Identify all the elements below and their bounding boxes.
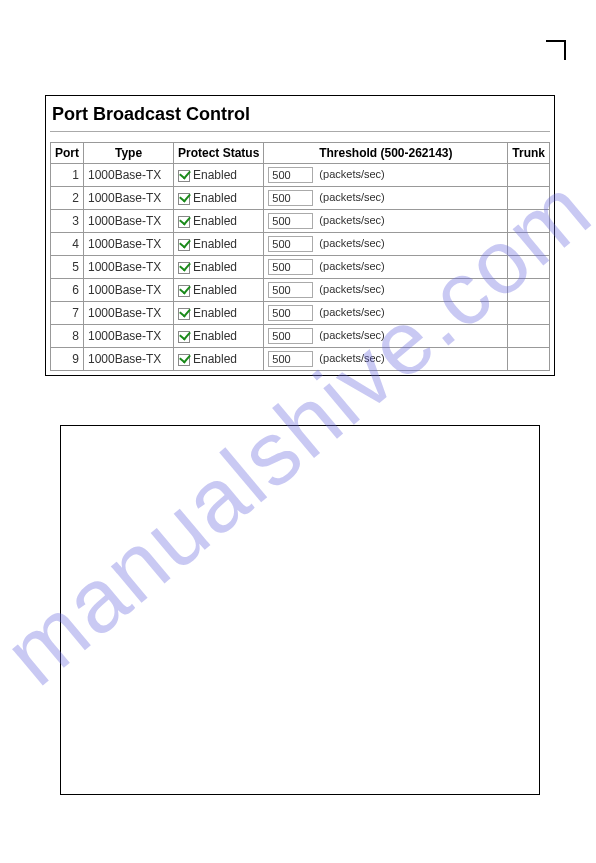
cell-trunk	[508, 256, 550, 279]
cell-protect: Enabled	[174, 325, 264, 348]
threshold-unit: (packets/sec)	[319, 352, 384, 364]
page-corner-mark	[546, 40, 566, 60]
header-protect: Protect Status	[174, 143, 264, 164]
threshold-unit: (packets/sec)	[319, 191, 384, 203]
cell-type: 1000Base-TX	[84, 164, 174, 187]
threshold-unit: (packets/sec)	[319, 214, 384, 226]
threshold-input[interactable]: 500	[268, 213, 313, 229]
threshold-input[interactable]: 500	[268, 351, 313, 367]
threshold-unit: (packets/sec)	[319, 283, 384, 295]
cell-port: 7	[51, 302, 84, 325]
threshold-input[interactable]: 500	[268, 282, 313, 298]
cell-threshold: 500(packets/sec)	[264, 210, 508, 233]
table-header-row: Port Type Protect Status Threshold (500-…	[51, 143, 550, 164]
cell-trunk	[508, 233, 550, 256]
enabled-label: Enabled	[193, 191, 237, 205]
cell-trunk	[508, 210, 550, 233]
divider	[50, 131, 550, 132]
cell-threshold: 500(packets/sec)	[264, 279, 508, 302]
header-threshold: Threshold (500-262143)	[264, 143, 508, 164]
threshold-unit: (packets/sec)	[319, 306, 384, 318]
table-row: 61000Base-TXEnabled500(packets/sec)	[51, 279, 550, 302]
table-row: 81000Base-TXEnabled500(packets/sec)	[51, 325, 550, 348]
cell-port: 2	[51, 187, 84, 210]
cell-trunk	[508, 302, 550, 325]
cell-type: 1000Base-TX	[84, 279, 174, 302]
cell-type: 1000Base-TX	[84, 210, 174, 233]
cell-protect: Enabled	[174, 164, 264, 187]
cell-threshold: 500(packets/sec)	[264, 256, 508, 279]
threshold-unit: (packets/sec)	[319, 168, 384, 180]
threshold-unit: (packets/sec)	[319, 260, 384, 272]
page-title: Port Broadcast Control	[50, 100, 550, 127]
cell-type: 1000Base-TX	[84, 325, 174, 348]
enabled-checkbox[interactable]	[178, 285, 190, 297]
threshold-input[interactable]: 500	[268, 328, 313, 344]
cell-port: 8	[51, 325, 84, 348]
cell-threshold: 500(packets/sec)	[264, 164, 508, 187]
cell-type: 1000Base-TX	[84, 256, 174, 279]
enabled-label: Enabled	[193, 306, 237, 320]
enabled-label: Enabled	[193, 352, 237, 366]
table-row: 31000Base-TXEnabled500(packets/sec)	[51, 210, 550, 233]
enabled-label: Enabled	[193, 283, 237, 297]
header-port: Port	[51, 143, 84, 164]
cell-protect: Enabled	[174, 302, 264, 325]
enabled-checkbox[interactable]	[178, 308, 190, 320]
header-trunk: Trunk	[508, 143, 550, 164]
enabled-checkbox[interactable]	[178, 216, 190, 228]
cell-trunk	[508, 348, 550, 371]
cell-port: 6	[51, 279, 84, 302]
enabled-checkbox[interactable]	[178, 262, 190, 274]
cell-trunk	[508, 279, 550, 302]
cell-port: 3	[51, 210, 84, 233]
enabled-label: Enabled	[193, 237, 237, 251]
cell-port: 1	[51, 164, 84, 187]
figure-container: Port Broadcast Control Port Type Protect…	[45, 95, 555, 376]
cell-port: 9	[51, 348, 84, 371]
table-row: 11000Base-TXEnabled500(packets/sec)	[51, 164, 550, 187]
cell-threshold: 500(packets/sec)	[264, 302, 508, 325]
enabled-label: Enabled	[193, 260, 237, 274]
cell-protect: Enabled	[174, 233, 264, 256]
enabled-label: Enabled	[193, 214, 237, 228]
cell-port: 4	[51, 233, 84, 256]
threshold-input[interactable]: 500	[268, 236, 313, 252]
cell-trunk	[508, 187, 550, 210]
threshold-unit: (packets/sec)	[319, 329, 384, 341]
cell-protect: Enabled	[174, 256, 264, 279]
threshold-input[interactable]: 500	[268, 167, 313, 183]
table-row: 21000Base-TXEnabled500(packets/sec)	[51, 187, 550, 210]
threshold-unit: (packets/sec)	[319, 237, 384, 249]
cell-threshold: 500(packets/sec)	[264, 325, 508, 348]
cell-protect: Enabled	[174, 210, 264, 233]
cell-threshold: 500(packets/sec)	[264, 348, 508, 371]
table-row: 51000Base-TXEnabled500(packets/sec)	[51, 256, 550, 279]
enabled-label: Enabled	[193, 329, 237, 343]
enabled-label: Enabled	[193, 168, 237, 182]
cell-threshold: 500(packets/sec)	[264, 187, 508, 210]
cell-port: 5	[51, 256, 84, 279]
port-broadcast-table: Port Type Protect Status Threshold (500-…	[50, 142, 550, 371]
enabled-checkbox[interactable]	[178, 354, 190, 366]
empty-figure-box	[60, 425, 540, 795]
enabled-checkbox[interactable]	[178, 170, 190, 182]
table-row: 41000Base-TXEnabled500(packets/sec)	[51, 233, 550, 256]
threshold-input[interactable]: 500	[268, 259, 313, 275]
cell-trunk	[508, 325, 550, 348]
enabled-checkbox[interactable]	[178, 331, 190, 343]
threshold-input[interactable]: 500	[268, 190, 313, 206]
cell-type: 1000Base-TX	[84, 233, 174, 256]
cell-threshold: 500(packets/sec)	[264, 233, 508, 256]
cell-trunk	[508, 164, 550, 187]
enabled-checkbox[interactable]	[178, 193, 190, 205]
cell-protect: Enabled	[174, 187, 264, 210]
cell-type: 1000Base-TX	[84, 187, 174, 210]
header-type: Type	[84, 143, 174, 164]
cell-type: 1000Base-TX	[84, 302, 174, 325]
enabled-checkbox[interactable]	[178, 239, 190, 251]
threshold-input[interactable]: 500	[268, 305, 313, 321]
table-row: 91000Base-TXEnabled500(packets/sec)	[51, 348, 550, 371]
cell-type: 1000Base-TX	[84, 348, 174, 371]
table-row: 71000Base-TXEnabled500(packets/sec)	[51, 302, 550, 325]
